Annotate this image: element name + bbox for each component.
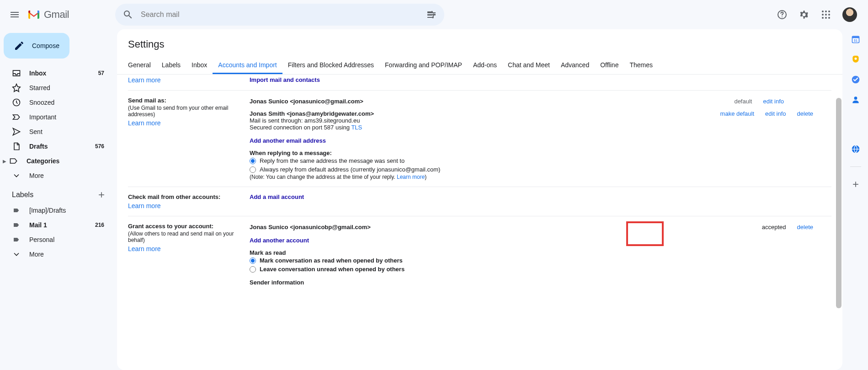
apps-button[interactable]: [817, 5, 835, 24]
grant-sub: (Allow others to read and send mail on y…: [128, 231, 250, 243]
help-icon: [777, 9, 788, 20]
chevron-down-icon: [12, 250, 21, 259]
sidebar-item-sent[interactable]: Sent: [0, 124, 110, 139]
add-label-button[interactable]: [97, 190, 106, 199]
svg-point-5: [822, 11, 824, 12]
learn-more-link[interactable]: Learn more: [128, 202, 161, 209]
tab-chat-meet[interactable]: Chat and Meet: [502, 57, 555, 74]
sidebar-item-important[interactable]: Important: [0, 110, 110, 124]
delete-grant-link[interactable]: delete: [797, 224, 813, 231]
mark-radio-unread[interactable]: [250, 266, 256, 273]
tab-addons[interactable]: Add-ons: [468, 57, 502, 74]
search-bar[interactable]: [115, 4, 444, 26]
mark-read-opt1[interactable]: Mark conversation as read when opened by…: [250, 256, 831, 265]
section-send-as: Send mail as: (Use Gmail to send from yo…: [128, 91, 831, 187]
side-panel: 31: [842, 29, 868, 370]
tab-advanced[interactable]: Advanced: [555, 57, 595, 74]
edit-info-link[interactable]: edit info: [765, 110, 786, 117]
learn-more-link[interactable]: Learn more: [397, 174, 425, 180]
gmail-logo[interactable]: Gmail: [26, 9, 69, 21]
inbox-icon: [12, 69, 21, 78]
tls-link[interactable]: TLS: [351, 124, 362, 131]
plus-icon: [97, 190, 106, 199]
svg-point-10: [828, 14, 830, 16]
compose-button[interactable]: Compose: [4, 33, 69, 59]
keep-icon: [851, 55, 860, 64]
tab-offline[interactable]: Offline: [595, 57, 624, 74]
tab-general[interactable]: General: [122, 57, 156, 74]
account-avatar[interactable]: [842, 7, 857, 22]
support-button[interactable]: [773, 5, 791, 24]
tab-filters[interactable]: Filters and Blocked Addresses: [282, 57, 379, 74]
delete-sendas-link[interactable]: delete: [797, 110, 813, 117]
calendar-panel-button[interactable]: 31: [851, 35, 860, 44]
settings-button[interactable]: [795, 5, 813, 24]
import-mail-link[interactable]: Import mail and contacts: [250, 76, 320, 83]
tab-accounts-import[interactable]: Accounts and Import: [213, 57, 282, 74]
search-input[interactable]: [137, 11, 422, 19]
check-mail-title: Check mail from other accounts:: [128, 193, 250, 200]
settings-content: Learn more Import mail and contacts Send…: [117, 75, 842, 370]
svg-point-9: [825, 14, 827, 16]
addon-panel-button[interactable]: [851, 145, 860, 154]
gmail-icon: [27, 10, 40, 20]
tasks-panel-button[interactable]: [851, 75, 860, 84]
reply-radio-default[interactable]: [250, 166, 256, 173]
star-icon: [12, 83, 21, 92]
learn-more-link[interactable]: Learn more: [128, 119, 161, 127]
svg-point-1: [434, 14, 436, 16]
tab-themes[interactable]: Themes: [624, 57, 658, 74]
sidebar-item-starred[interactable]: Starred: [0, 80, 110, 95]
scrollbar[interactable]: [836, 98, 841, 367]
reply-radio-same[interactable]: [250, 158, 256, 164]
mark-radio-read[interactable]: [250, 257, 256, 264]
tab-labels[interactable]: Labels: [156, 57, 186, 74]
make-default-link[interactable]: make default: [720, 110, 754, 117]
sendas-primary: Jonas Sunico <jonasunico@gmail.com>: [250, 98, 734, 105]
gear-icon: [799, 9, 809, 20]
learn-more-link[interactable]: Learn more: [128, 245, 161, 252]
sidebar-item-snoozed[interactable]: Snoozed: [0, 95, 110, 110]
sendas-secondary-port: Secured connection on port 587 using TLS: [250, 124, 720, 131]
label-mail1[interactable]: Mail 1 216: [0, 218, 110, 232]
mark-read-opt2[interactable]: Leave conversation unread when opened by…: [250, 265, 831, 273]
learn-more-link[interactable]: Learn more: [128, 76, 161, 84]
label-personal[interactable]: Personal: [0, 232, 110, 247]
add-another-account-link[interactable]: Add another account: [250, 237, 309, 244]
svg-point-20: [854, 97, 857, 100]
labels-more[interactable]: More: [0, 247, 110, 262]
label-icon: [13, 236, 20, 243]
sidebar-item-drafts[interactable]: Drafts 576: [0, 139, 110, 154]
label-imap-drafts[interactable]: [Imap]/Drafts: [0, 203, 110, 218]
search-button[interactable]: [119, 5, 137, 24]
get-addons-button[interactable]: [851, 180, 860, 189]
categories-caret[interactable]: ▶: [0, 159, 5, 164]
sender-info-header: Sender information: [250, 279, 831, 286]
reply-option-same[interactable]: Reply from the same address the message …: [250, 156, 831, 165]
scrollbar-thumb[interactable]: [836, 98, 841, 308]
reply-note: (Note: You can change the address at the…: [250, 174, 831, 180]
send-as-sub: (Use Gmail to send from your other email…: [128, 105, 250, 118]
sidebar-item-categories[interactable]: Categories: [5, 154, 110, 168]
svg-point-8: [822, 14, 824, 16]
tab-forwarding[interactable]: Forwarding and POP/IMAP: [379, 57, 468, 74]
label-icon: [13, 207, 20, 214]
add-email-link[interactable]: Add another email address: [250, 137, 326, 144]
chevron-down-icon: [12, 171, 21, 180]
keep-panel-button[interactable]: [851, 55, 860, 64]
person-icon: [851, 95, 860, 104]
main-panel: Settings General Labels Inbox Accounts a…: [117, 29, 842, 370]
search-options-button[interactable]: [422, 5, 441, 24]
reply-option-default[interactable]: Always reply from default address (curre…: [250, 165, 831, 174]
grant-title: Grant access to your account:: [128, 223, 250, 230]
main-menu-button[interactable]: [4, 4, 26, 26]
svg-point-13: [828, 17, 830, 19]
label-icon: [13, 221, 20, 229]
edit-info-link[interactable]: edit info: [763, 98, 784, 105]
contacts-panel-button[interactable]: [851, 95, 860, 104]
panel-divider: [850, 166, 861, 167]
add-mail-account-link[interactable]: Add a mail account: [250, 193, 304, 200]
sidebar-item-more[interactable]: More: [0, 168, 110, 183]
sidebar-item-inbox[interactable]: Inbox 57: [0, 66, 110, 80]
tab-inbox[interactable]: Inbox: [186, 57, 213, 74]
